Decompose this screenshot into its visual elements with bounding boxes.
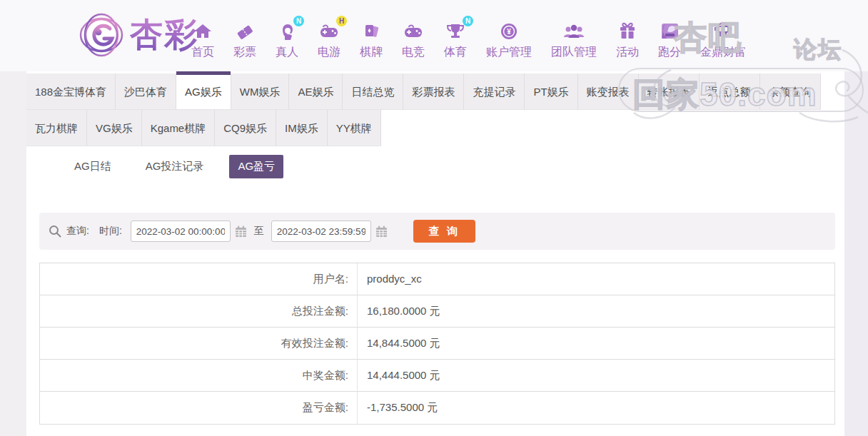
nav-item-esports[interactable]: 电竞 [402,20,425,60]
tab-yue[interactable]: 余额查询 [760,73,821,110]
ticket-icon [236,22,254,41]
tab-fandian[interactable]: 返点总额 [700,73,760,110]
datetime-to-input[interactable] [271,220,371,242]
nav-label: 棋牌 [360,45,383,60]
nav-label: 电竞 [402,45,425,60]
nav-label: 团队管理 [551,45,597,60]
subtab-ag-touzhu[interactable]: AG投注记录 [137,155,213,178]
query-label: 查询: [66,225,89,238]
tab-wali[interactable]: 瓦力棋牌 [26,110,87,146]
brand-name: 杏彩 [130,13,198,57]
nav-label: 账户管理 [486,45,532,60]
table-row-total-bet: 总投注金额: 16,180.0000 元 [40,295,834,328]
home-icon [193,22,212,41]
main-nav: 首页 彩票 N 真人 H 电游 棋牌 电竞 N 体育 ¥ 账户管理 团队管理 活… [191,20,746,60]
tab-shaba[interactable]: 沙巴体育 [116,73,176,110]
main-panel: 188金宝博体育 沙巴体育 AG娱乐 WM娱乐 AE娱乐 日结总览 彩票报表 充… [26,71,844,436]
tab-vg[interactable]: VG娱乐 [87,110,142,146]
subtab-ag-rijie[interactable]: AG日结 [66,155,120,178]
tab-zhuanzhang[interactable]: 转账报表 [639,73,700,110]
subtab-ag-yingkui[interactable]: AG盈亏 [229,155,283,178]
tab-caipiao[interactable]: 彩票报表 [403,73,464,110]
table-row-profit-loss: 盈亏金额: -1,735.5000 元 [40,392,834,424]
table-row-username: 用户名: proddyc_xc [40,263,834,295]
row-value: proddyc_xc [358,263,422,295]
tab-cq9[interactable]: CQ9娱乐 [215,110,276,146]
coin-yuan-icon: ¥ [500,22,518,41]
row-label: 中奖金额: [40,360,358,391]
tab-chongti[interactable]: 充提记录 [464,73,525,110]
ding-cauldron-icon [713,21,733,41]
nav-item-lottery[interactable]: 彩票 [233,20,256,60]
tab-188jinbaobo[interactable]: 188金宝博体育 [26,73,116,110]
trophy-icon [445,22,465,41]
paofen-icon [659,21,680,41]
tab-ae[interactable]: AE娱乐 [289,73,343,110]
nav-item-sports[interactable]: N 体育 [444,20,467,60]
badge-n: N [293,16,304,26]
nav-label: 金鼎财富 [700,45,746,60]
search-icon [49,225,61,238]
badge-n: N [463,16,473,26]
row-label: 用户名: [40,263,358,295]
datetime-from-input[interactable] [131,220,231,242]
nav-item-jinding[interactable]: 金鼎财富 [700,20,746,60]
nav-item-live[interactable]: N 真人 [276,20,298,60]
gift-icon [618,22,637,41]
nav-item-cards[interactable]: 棋牌 [360,20,383,60]
nav-item-team[interactable]: 团队管理 [551,20,597,60]
tab-im[interactable]: IM娱乐 [276,110,328,146]
query-button[interactable]: 查 询 [413,220,475,243]
report-tabs: 188金宝博体育 沙巴体育 AG娱乐 WM娱乐 AE娱乐 日结总览 彩票报表 充… [26,71,844,146]
profit-summary-table: 用户名: proddyc_xc 总投注金额: 16,180.0000 元 有效投… [39,263,835,425]
calendar-icon[interactable] [375,225,388,238]
nav-item-account[interactable]: ¥ 账户管理 [486,20,532,60]
gamepad-icon [319,22,339,41]
search-bar: 查询: 时间: 至 查 询 [39,213,835,250]
nav-label: 体育 [444,45,467,60]
badge-h: H [336,16,347,26]
tab-pt[interactable]: PT娱乐 [525,73,577,110]
nav-label: 跑分 [658,45,681,60]
tab-row-1: 188金宝博体育 沙巴体育 AG娱乐 WM娱乐 AE娱乐 日结总览 彩票报表 充… [26,73,844,110]
brand-flower-icon [79,11,124,59]
nav-label: 彩票 [233,45,256,60]
nav-item-egames[interactable]: H 电游 [318,20,340,60]
nav-label: 真人 [276,45,298,60]
brand-logo[interactable]: 杏彩 [79,11,198,59]
nav-item-paofen[interactable]: 跑分 [658,20,681,60]
calendar-icon[interactable] [235,225,247,238]
ag-subtabs: AG日结 AG投注记录 AG盈亏 [66,155,844,178]
row-label: 有效投注金额: [40,328,358,359]
tab-ag-active[interactable]: AG娱乐 [176,73,231,110]
row-label: 盈亏金额: [40,392,358,424]
esports-gamepad-icon [403,22,423,41]
row-label: 总投注金额: [40,295,358,327]
team-icon [563,22,585,41]
tab-kgame[interactable]: Kgame棋牌 [142,110,216,146]
cards-icon [362,22,380,41]
tab-yy[interactable]: YY棋牌 [328,110,381,146]
time-label: 时间: [99,225,122,238]
row-value: -1,735.5000 元 [358,392,438,424]
table-row-valid-bet: 有效投注金额: 14,844.5000 元 [40,328,834,360]
table-row-win-amount: 中奖金额: 14,444.5000 元 [40,360,834,392]
nav-label: 首页 [191,45,214,60]
nav-item-activity[interactable]: 活动 [616,20,639,60]
to-separator: 至 [254,225,264,238]
tab-rijie[interactable]: 日结总览 [343,73,403,110]
tab-zhangbian[interactable]: 账变报表 [578,73,639,110]
row-value: 14,844.5000 元 [358,328,440,359]
svg-text:¥: ¥ [507,28,511,36]
right-strip [844,71,868,436]
nav-item-home[interactable]: 首页 [191,20,214,60]
tab-wm[interactable]: WM娱乐 [231,73,290,110]
row-value: 16,180.0000 元 [358,295,440,327]
live-person-icon [278,22,296,41]
nav-label: 活动 [616,45,639,60]
nav-label: 电游 [318,45,340,60]
tab-row-2: 瓦力棋牌 VG娱乐 Kgame棋牌 CQ9娱乐 IM娱乐 YY棋牌 [26,110,844,146]
row-value: 14,444.5000 元 [358,360,440,391]
